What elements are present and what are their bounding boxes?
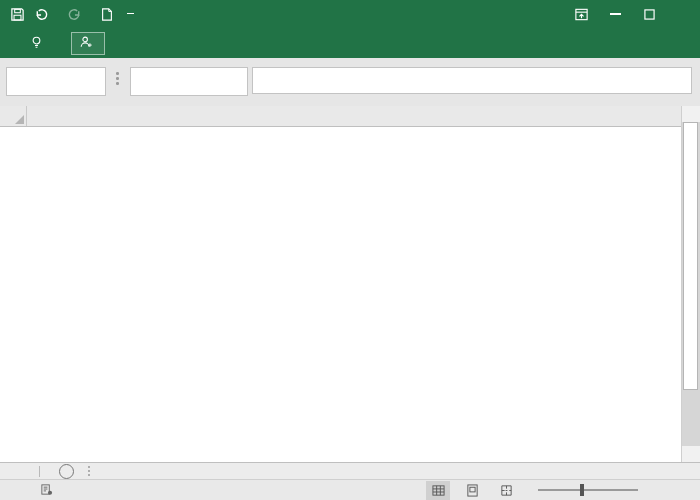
new-file-icon[interactable] (100, 7, 114, 22)
page-break-view-button[interactable] (494, 481, 518, 500)
close-button[interactable] (666, 0, 700, 28)
normal-view-button[interactable] (426, 481, 450, 500)
zoom-slider-thumb[interactable] (580, 484, 584, 496)
undo-icon[interactable] (34, 7, 49, 22)
tabbar-divider-dots (88, 466, 90, 476)
select-all-button[interactable] (0, 106, 27, 126)
formula-bar-divider (116, 72, 119, 85)
worksheet-grid[interactable] (0, 127, 681, 462)
title-bar (0, 0, 700, 28)
share-button[interactable] (71, 32, 105, 55)
maximize-button[interactable] (632, 0, 666, 28)
redo-icon (67, 7, 82, 22)
vertical-scrollbar-thumb[interactable] (683, 122, 698, 390)
vertical-scrollbar[interactable] (681, 106, 700, 462)
name-box[interactable] (6, 67, 106, 96)
scroll-down-icon[interactable] (682, 446, 700, 462)
column-header-sliver (27, 106, 681, 126)
minimize-button[interactable] (598, 0, 632, 28)
person-plus-icon (79, 35, 93, 52)
column-header-row (0, 106, 681, 127)
scroll-up-icon[interactable] (682, 106, 700, 122)
status-bar (0, 479, 700, 500)
qat-customize-icon[interactable] (127, 13, 134, 16)
save-icon[interactable] (10, 7, 25, 22)
window-controls (564, 0, 700, 28)
quick-access-toolbar (0, 7, 134, 22)
formula-buttons (130, 67, 248, 96)
macro-record-icon[interactable] (40, 483, 53, 498)
tab-divider (39, 466, 40, 477)
formula-input[interactable] (252, 67, 692, 94)
ribbon-display-options-icon[interactable] (564, 0, 598, 28)
page-layout-view-button[interactable] (460, 481, 484, 500)
new-sheet-button[interactable] (59, 464, 74, 479)
sheet-tab-bar (0, 462, 700, 479)
tell-me-button[interactable] (30, 35, 47, 52)
lightbulb-icon (30, 35, 43, 52)
select-all-triangle-icon (15, 115, 24, 124)
ribbon-tab-bar (0, 28, 700, 58)
excel-window (0, 0, 700, 500)
zoom-slider[interactable] (538, 489, 638, 491)
formula-bar-row (0, 58, 700, 107)
